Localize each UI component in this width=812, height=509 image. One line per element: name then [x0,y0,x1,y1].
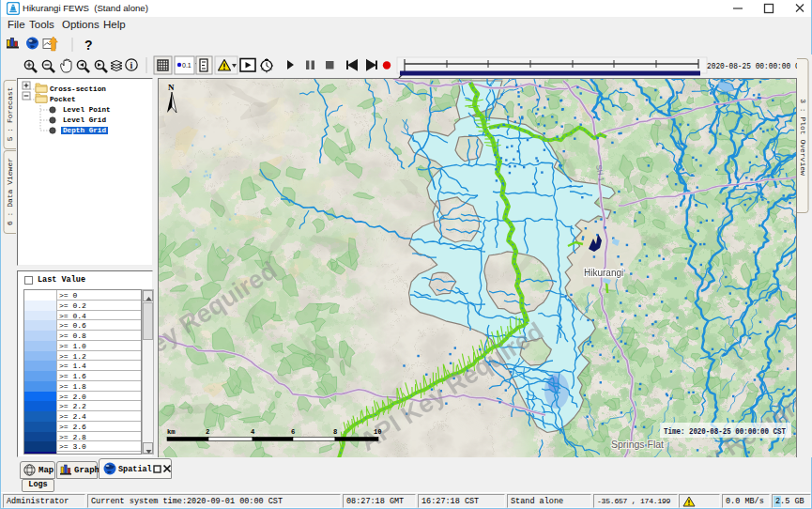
svg-text:Time: 2020-08-25 00:00:00 CST: Time: 2020-08-25 00:00:00 CST [664,427,786,437]
svg-text:4: 4 [251,428,255,436]
svg-text:6 : Data Viewer: 6 : Data Viewer [6,158,14,225]
svg-text:0.1: 0.1 [182,62,192,69]
svg-text:5 : Forecast: 5 : Forecast [6,87,14,142]
svg-text:i: i [130,60,133,70]
svg-text:2: 2 [206,428,209,436]
svg-text:?: ? [84,38,93,53]
svg-text:Hikurangi: Hikurangi [584,268,623,278]
svg-text:8: 8 [333,428,337,436]
svg-text:6: 6 [291,428,295,436]
svg-text:Springs Flat: Springs Flat [611,439,664,450]
svg-text:10: 10 [374,428,382,436]
svg-text:3 : Plot Overview: 3 : Plot Overview [799,99,807,176]
svg-text:km: km [167,428,176,436]
svg-text:2020-08-25 00:00:00 CST: 2020-08-25 00:00:00 CST [707,62,797,71]
svg-text:N: N [168,83,175,92]
